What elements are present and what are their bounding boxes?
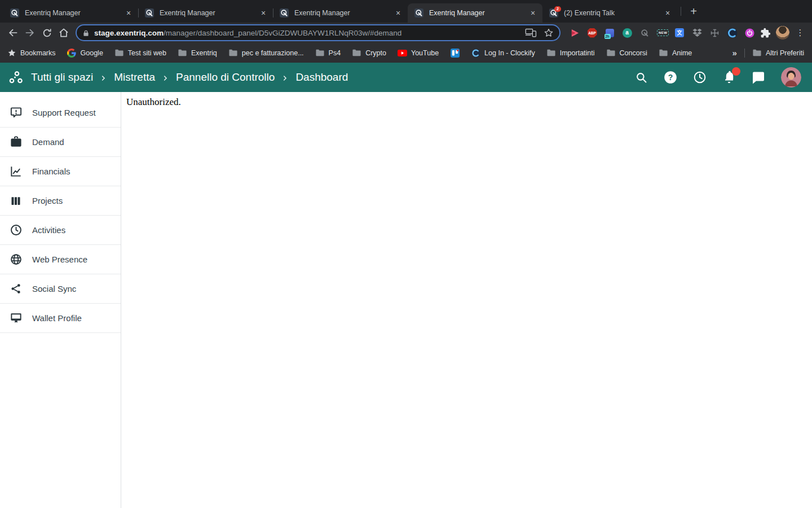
folder-icon [228,48,238,58]
send-to-device-icon[interactable] [525,28,537,37]
bookmark-log-in-clockify[interactable]: Log In - Clockify [471,48,535,58]
exentriq-favicon-icon [10,8,19,17]
bookmark-concorsi[interactable]: Concorsi [606,48,647,58]
sidebar-item-support-request[interactable]: Support Request [0,98,121,128]
columns-icon [9,194,23,208]
clock-icon [9,224,23,237]
home-button[interactable] [55,24,72,41]
tab-exentriq-manager[interactable]: Exentriq Manager × [138,3,273,23]
tab-badge: 2 [554,6,561,12]
close-tab-icon[interactable]: × [393,8,403,18]
bookmark-crypto[interactable]: Crypto [352,48,386,58]
new-tab-button[interactable]: + [686,3,701,19]
bookmarks-overflow-chevron[interactable]: » [732,48,737,58]
extensions-puzzle-icon[interactable] [760,28,770,38]
bookmark-importatinti[interactable]: Importatinti [546,48,595,58]
ext-exentriq-icon[interactable] [639,28,650,38]
close-tab-icon[interactable]: × [528,8,538,18]
exentriq-favicon-icon [280,8,289,17]
bookmark-star-icon[interactable] [544,28,554,38]
sidebar-item-financials[interactable]: Financials [0,157,121,186]
omnibox-actions [525,28,554,38]
bookmark-pec-e-fatturazione[interactable]: pec e fatturazione... [228,48,304,58]
bookmark-ps4[interactable]: Ps4 [315,48,341,58]
sidebar-item-activities[interactable]: Activities [0,216,121,245]
sidebar-item-web-presence[interactable]: Web Presence [0,245,121,274]
browser-window: Exentriq Manager × Exentriq Manager × Ex… [0,0,812,508]
browser-profile-avatar[interactable] [776,26,789,40]
sidebar-item-label: Web Presence [32,255,87,264]
trello-icon [450,48,460,58]
header-actions: ? [635,67,804,87]
tab-separator [681,7,681,16]
address-bar[interactable]: stage.exentriq.com/manager/dashboard_pan… [76,24,561,41]
tab-title: (2) Exentriq Talk [564,9,663,17]
breadcrumb-item-pannello-di-controllo[interactable]: Pannello di Controllo [176,71,275,84]
tab-exentriq-manager[interactable]: Exentriq Manager × [3,3,138,23]
bookmark-label: Altri Preferiti [766,49,804,57]
ext-google-translate-icon[interactable] [674,28,685,38]
history-clock-icon[interactable] [693,71,707,84]
ext-amazon-assistant-icon[interactable]: a [622,28,632,38]
lock-icon [82,29,90,37]
folder-icon [546,48,556,58]
spaces-icon[interactable] [8,71,24,85]
bookmark-label: YouTube [411,49,439,57]
ext-clockify-icon[interactable] [727,28,737,38]
sidebar-item-label: Wallet Profile [32,313,82,323]
ext-video-downloader-icon[interactable] [570,28,580,38]
feedback-icon [9,106,23,120]
search-icon[interactable] [635,71,648,84]
exentriq-favicon-icon [414,8,423,17]
bookmark-google[interactable]: Google [67,48,103,58]
tab-exentriq-manager[interactable]: Exentriq Manager × [408,3,542,23]
chart-icon [9,165,23,178]
ext-time-tracker-icon[interactable]: 2h [604,28,615,38]
sidebar-item-demand[interactable]: Demand [0,128,121,157]
bookmark-anime[interactable]: Anime [659,48,692,58]
back-button[interactable] [5,24,21,41]
breadcrumb-item-dashboard[interactable]: Dashboard [295,71,348,84]
browser-toolbar: stage.exentriq.com/manager/dashboard_pan… [0,23,812,43]
app-body: Support Request Demand Financials Projec… [0,92,812,508]
close-tab-icon[interactable]: × [663,8,673,18]
reload-button[interactable] [38,24,55,41]
bookmark-label: Ps4 [329,49,341,57]
reload-icon [42,28,52,38]
tab-separator [138,8,139,17]
close-tab-icon[interactable]: × [258,8,268,18]
extensions-area: ABP2haNEW [564,28,760,38]
sidebar-item-projects[interactable]: Projects [0,186,121,216]
bookmark-label: Log In - Clockify [484,49,535,57]
exentriq-favicon-icon: 2 [549,8,558,17]
tab-exentriq-manager[interactable]: Exentriq Manager × [273,3,408,23]
bookmark-youtube[interactable]: YouTube [398,48,439,58]
tab-2-exentriq-talk[interactable]: 2 (2) Exentriq Talk × [542,3,677,23]
breadcrumb-item-mistretta[interactable]: Mistretta [114,71,155,84]
browser-menu-icon[interactable]: ⋮ [793,25,807,40]
ext-power-icon[interactable] [744,28,754,38]
star-icon [7,48,16,58]
bookmark-exentriq[interactable]: Exentriq [178,48,217,58]
ext-move-tool-icon[interactable] [709,28,720,38]
url-text[interactable]: stage.exentriq.com/manager/dashboard_pan… [94,29,520,37]
bookmark-test-siti-web[interactable]: Test siti web [114,48,166,58]
sidebar-item-social-sync[interactable]: Social Sync [0,274,121,304]
folder-icon [659,48,668,58]
bookmark-other-favorites[interactable]: Altri Preferiti [752,48,804,58]
close-tab-icon[interactable]: × [123,8,134,18]
ext-new-tool-icon[interactable]: NEW [657,28,667,38]
breadcrumb-item-tutti-gli-spazi[interactable]: Tutti gli spazi [31,71,93,84]
notifications-bell-icon[interactable] [722,71,736,84]
forward-button[interactable] [21,24,38,41]
ext-adblock-plus-icon[interactable]: ABP [587,28,597,38]
sidebar-item-wallet-profile[interactable]: Wallet Profile [0,304,121,333]
bookmark-trello[interactable] [450,48,460,58]
bookmark-bookmarks[interactable]: Bookmarks [7,48,56,58]
help-icon[interactable]: ? [664,71,677,84]
google-icon [67,48,77,58]
new-tab-area: + [681,0,701,23]
chat-icon[interactable] [752,71,765,84]
user-avatar[interactable] [781,67,801,87]
ext-dropbox-icon[interactable] [692,28,702,38]
